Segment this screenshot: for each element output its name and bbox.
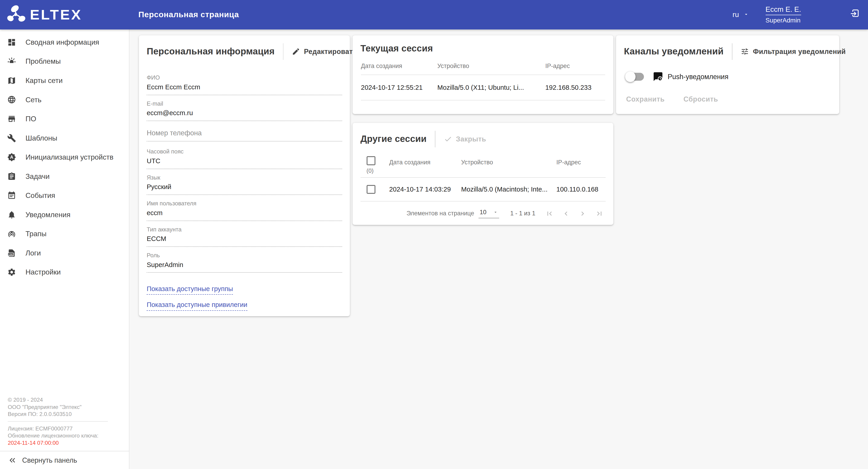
filter-notifications-label: Фильтрация уведомлений — [753, 48, 846, 56]
topbar: ELTEX Персональная страница ru Eccm E. E… — [0, 0, 868, 29]
collapse-panel-button[interactable]: Свернуть панель — [0, 451, 129, 469]
globe-icon — [7, 95, 16, 104]
wrench-icon — [7, 134, 16, 143]
calendar-icon — [7, 191, 16, 200]
filter-notifications-button[interactable]: Фильтрация уведомлений — [741, 48, 846, 56]
sidebar-item-templates[interactable]: Шаблоны — [0, 128, 129, 148]
channels-title: Каналы уведомлений — [624, 46, 724, 57]
brand-text: ELTEX — [30, 7, 82, 23]
sidebar-item-summary[interactable]: Сводная информация — [0, 33, 129, 52]
sidebar-item-notifications[interactable]: Уведомления — [0, 205, 129, 225]
license-number: Лицензия: ECMF0000777 — [8, 425, 129, 432]
save-button[interactable]: Сохранить — [626, 95, 664, 103]
sidebar-item-device-init[interactable]: Инициализация устройств — [0, 148, 129, 167]
show-groups-link[interactable]: Показать доступные группы — [147, 285, 233, 295]
sidebar-item-label: Сеть — [25, 96, 41, 104]
page-range: 1 - 1 из 1 — [510, 210, 535, 217]
reset-button[interactable]: Сбросить — [684, 95, 718, 103]
logout-button[interactable] — [850, 8, 860, 21]
field-language: Язык Русский — [147, 174, 342, 195]
sidebar-item-events[interactable]: События — [0, 186, 129, 205]
sidebar-item-label: Инициализация устройств — [25, 153, 113, 162]
push-notification-icon — [653, 71, 663, 82]
col-ip: IP-адрес — [545, 63, 605, 69]
sidebar-item-label: Проблемы — [25, 57, 61, 65]
eccm-personal-page: ELTEX Персональная страница ru Eccm E. E… — [0, 0, 868, 469]
header-divider — [732, 43, 732, 60]
personal-fields: ФИО Eccm Eccm Eccm E-mail eccm@eccm.ru Н… — [147, 74, 342, 273]
personal-info-title: Персональная информация — [147, 46, 275, 57]
close-sessions-label: Закрыть — [456, 135, 486, 143]
col-created: Дата создания — [361, 63, 437, 69]
store-icon — [7, 115, 16, 123]
dashboard-icon — [7, 38, 16, 47]
user-menu-link[interactable]: Eccm E. E. SuperAdmin — [766, 5, 801, 24]
session-ip: 192.168.50.233 — [545, 84, 605, 91]
push-toggle[interactable] — [625, 71, 645, 82]
table-row: 2024-10-17 12:55:21 Mozilla/5.0 (X11; Ub… — [361, 75, 605, 100]
double-chevron-left-icon — [8, 456, 17, 465]
field-username: Имя пользователя eccm — [147, 200, 342, 221]
license-update-date: 2024-11-14 07:00:00 — [8, 439, 129, 446]
edit-button[interactable]: Редактировать — [292, 48, 357, 56]
sidebar-item-settings[interactable]: Настройки — [0, 263, 129, 282]
check-icon — [444, 135, 452, 143]
field-fio: ФИО Eccm Eccm Eccm — [147, 74, 342, 95]
tasks-icon — [7, 172, 16, 181]
first-page-button[interactable] — [545, 209, 554, 218]
collapse-panel-label: Свернуть панель — [22, 456, 77, 464]
select-all-checkbox[interactable] — [367, 156, 376, 165]
traps-icon — [7, 229, 16, 238]
sidebar-item-logs[interactable]: LOG Логи — [0, 243, 129, 263]
footer-divider — [8, 421, 108, 421]
header-divider — [283, 43, 283, 60]
eltex-logo[interactable]: ELTEX — [6, 4, 82, 25]
edit-button-label: Редактировать — [304, 48, 357, 56]
user-role: SuperAdmin — [766, 17, 801, 24]
col-device: Устройство — [437, 63, 545, 69]
next-page-button[interactable] — [579, 209, 587, 218]
tune-icon — [741, 48, 749, 56]
prev-page-button[interactable] — [562, 209, 570, 218]
map-icon — [7, 76, 16, 85]
sidebar-item-traps[interactable]: Трапы — [0, 224, 129, 243]
session-created: 2024-10-17 14:03:29 — [389, 185, 461, 193]
auto-init-icon — [7, 153, 16, 162]
sidebar-item-network-maps[interactable]: Карты сети — [0, 71, 129, 90]
selected-count: (0) — [367, 168, 389, 174]
pencil-icon — [292, 48, 300, 56]
push-toggle-row: Push-уведомления — [625, 71, 831, 82]
personal-info-header: Персональная информация Редактировать — [147, 43, 342, 60]
items-per-page-select[interactable]: 10 — [478, 209, 499, 218]
sidebar-item-network[interactable]: Сеть — [0, 90, 129, 110]
topbar-right: ru Eccm E. E. SuperAdmin — [729, 5, 868, 24]
field-phone: Номер телефона — [147, 128, 342, 142]
sidebar-item-tasks[interactable]: Задачи — [0, 167, 129, 186]
page-title: Персональная страница — [138, 10, 239, 19]
sidebar-footer: © 2019 - 2024 ООО "Предприятие "Элтекс" … — [0, 396, 129, 469]
copyright-block: © 2019 - 2024 ООО "Предприятие "Элтекс" … — [8, 396, 129, 418]
table-row: 2024-10-17 14:03:29 Mozilla/5.0 (Macinto… — [361, 178, 606, 202]
sidebar-item-label: ПО — [25, 115, 36, 123]
language-select[interactable]: ru — [729, 7, 752, 22]
other-sessions-title: Другие сессии — [361, 134, 427, 144]
channels-actions: Сохранить Сбросить — [626, 95, 839, 103]
notification-channels-card: Каналы уведомлений Фильтрация уведомлени… — [616, 35, 839, 114]
sidebar-item-label: Трапы — [25, 230, 46, 238]
other-sessions-header: Другие сессии Закрыть — [361, 131, 606, 147]
channels-header: Каналы уведомлений Фильтрация уведомлени… — [624, 43, 832, 60]
sidebar-item-software[interactable]: ПО — [0, 109, 129, 128]
language-value: ru — [733, 10, 739, 19]
pagination-nav — [545, 209, 603, 218]
show-privileges-link[interactable]: Показать доступные привилегии — [147, 301, 247, 311]
close-sessions-button[interactable]: Закрыть — [444, 135, 486, 143]
copyright: © 2019 - 2024 — [8, 396, 129, 404]
field-role: Роль SuperAdmin — [147, 252, 342, 273]
phone-placeholder: Номер телефона — [147, 128, 342, 142]
personal-info-card: Персональная информация Редактировать ФИ… — [139, 35, 350, 316]
sidebar-item-problems[interactable]: Проблемы — [0, 52, 129, 71]
software-version: Версия ПО: 2.0.0.503510 — [8, 411, 129, 418]
last-page-button[interactable] — [595, 209, 603, 218]
row-checkbox[interactable] — [367, 185, 376, 194]
eltex-molecule-icon — [6, 4, 27, 25]
